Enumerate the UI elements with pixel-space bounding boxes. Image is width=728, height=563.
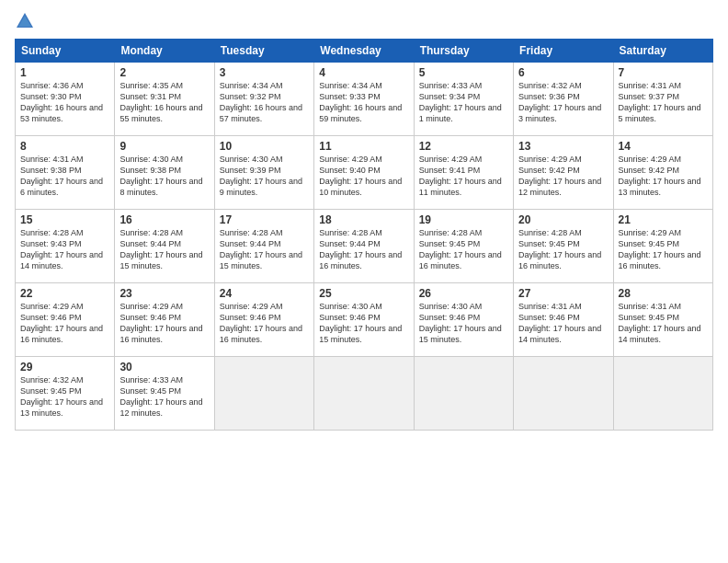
calendar-cell: 22Sunrise: 4:29 AMSunset: 9:46 PMDayligh… — [16, 283, 115, 357]
day-number: 29 — [20, 361, 109, 373]
day-number: 8 — [20, 140, 109, 153]
calendar-cell: 21Sunrise: 4:29 AMSunset: 9:45 PMDayligh… — [613, 210, 712, 283]
calendar-header-sunday: Sunday — [16, 40, 115, 63]
day-info: Sunrise: 4:31 AMSunset: 9:38 PMDaylight:… — [20, 154, 109, 199]
calendar-week-1: 1Sunrise: 4:36 AMSunset: 9:30 PMDaylight… — [16, 63, 713, 136]
day-info: Sunrise: 4:30 AMSunset: 9:46 PMDaylight:… — [419, 301, 508, 346]
day-info: Sunrise: 4:29 AMSunset: 9:42 PMDaylight:… — [619, 154, 708, 199]
calendar-cell — [314, 357, 414, 431]
calendar-cell: 20Sunrise: 4:28 AMSunset: 9:45 PMDayligh… — [514, 210, 613, 283]
day-info: Sunrise: 4:32 AMSunset: 9:36 PMDaylight:… — [518, 80, 608, 125]
calendar-week-4: 22Sunrise: 4:29 AMSunset: 9:46 PMDayligh… — [16, 283, 713, 357]
calendar-cell: 6Sunrise: 4:32 AMSunset: 9:36 PMDaylight… — [514, 63, 613, 136]
day-info: Sunrise: 4:29 AMSunset: 9:46 PMDaylight:… — [220, 301, 309, 346]
day-number: 6 — [518, 66, 608, 79]
calendar-cell: 5Sunrise: 4:33 AMSunset: 9:34 PMDaylight… — [414, 63, 513, 136]
calendar-cell: 28Sunrise: 4:31 AMSunset: 9:45 PMDayligh… — [613, 283, 712, 357]
day-number: 9 — [119, 140, 209, 153]
day-number: 13 — [518, 140, 608, 153]
day-number: 25 — [319, 287, 408, 300]
calendar-cell: 18Sunrise: 4:28 AMSunset: 9:44 PMDayligh… — [314, 210, 414, 283]
calendar-cell: 9Sunrise: 4:30 AMSunset: 9:38 PMDaylight… — [115, 136, 214, 210]
calendar-header-tuesday: Tuesday — [214, 40, 313, 63]
calendar-cell: 24Sunrise: 4:29 AMSunset: 9:46 PMDayligh… — [214, 283, 313, 357]
day-info: Sunrise: 4:34 AMSunset: 9:33 PMDaylight:… — [319, 80, 408, 125]
calendar-cell: 29Sunrise: 4:32 AMSunset: 9:45 PMDayligh… — [16, 357, 115, 431]
calendar-cell: 19Sunrise: 4:28 AMSunset: 9:45 PMDayligh… — [414, 210, 513, 283]
calendar-cell: 15Sunrise: 4:28 AMSunset: 9:43 PMDayligh… — [16, 210, 115, 283]
calendar-cell: 23Sunrise: 4:29 AMSunset: 9:46 PMDayligh… — [115, 283, 214, 357]
day-info: Sunrise: 4:28 AMSunset: 9:44 PMDaylight:… — [319, 227, 408, 272]
calendar-week-2: 8Sunrise: 4:31 AMSunset: 9:38 PMDaylight… — [16, 136, 713, 210]
day-number: 4 — [319, 66, 408, 79]
calendar-week-5: 29Sunrise: 4:32 AMSunset: 9:45 PMDayligh… — [16, 357, 713, 431]
calendar-cell: 16Sunrise: 4:28 AMSunset: 9:44 PMDayligh… — [115, 210, 214, 283]
day-info: Sunrise: 4:28 AMSunset: 9:45 PMDaylight:… — [419, 227, 508, 272]
day-info: Sunrise: 4:29 AMSunset: 9:42 PMDaylight:… — [518, 154, 608, 199]
day-number: 2 — [119, 66, 209, 79]
calendar-cell: 25Sunrise: 4:30 AMSunset: 9:46 PMDayligh… — [314, 283, 414, 357]
calendar-cell: 2Sunrise: 4:35 AMSunset: 9:31 PMDaylight… — [115, 63, 214, 136]
day-info: Sunrise: 4:35 AMSunset: 9:31 PMDaylight:… — [119, 80, 209, 125]
calendar-table: SundayMondayTuesdayWednesdayThursdayFrid… — [15, 39, 713, 431]
calendar-header-monday: Monday — [115, 40, 214, 63]
day-number: 11 — [319, 140, 408, 153]
calendar-header-row: SundayMondayTuesdayWednesdayThursdayFrid… — [16, 40, 713, 63]
calendar-cell — [613, 357, 712, 431]
day-info: Sunrise: 4:29 AMSunset: 9:46 PMDaylight:… — [20, 301, 109, 346]
calendar-cell: 1Sunrise: 4:36 AMSunset: 9:30 PMDaylight… — [16, 63, 115, 136]
calendar-cell: 17Sunrise: 4:28 AMSunset: 9:44 PMDayligh… — [214, 210, 313, 283]
calendar-cell: 7Sunrise: 4:31 AMSunset: 9:37 PMDaylight… — [613, 63, 712, 136]
calendar-cell: 27Sunrise: 4:31 AMSunset: 9:46 PMDayligh… — [514, 283, 613, 357]
calendar-header-friday: Friday — [514, 40, 613, 63]
calendar-header-saturday: Saturday — [613, 40, 712, 63]
day-number: 15 — [20, 213, 109, 226]
calendar-cell: 3Sunrise: 4:34 AMSunset: 9:32 PMDaylight… — [214, 63, 313, 136]
calendar-cell — [514, 357, 613, 431]
calendar-cell: 14Sunrise: 4:29 AMSunset: 9:42 PMDayligh… — [613, 136, 712, 210]
calendar-cell: 11Sunrise: 4:29 AMSunset: 9:40 PMDayligh… — [314, 136, 414, 210]
day-info: Sunrise: 4:33 AMSunset: 9:34 PMDaylight:… — [419, 80, 508, 125]
calendar-header-wednesday: Wednesday — [314, 40, 414, 63]
day-number: 17 — [220, 213, 309, 226]
day-info: Sunrise: 4:30 AMSunset: 9:46 PMDaylight:… — [319, 301, 408, 346]
day-info: Sunrise: 4:34 AMSunset: 9:32 PMDaylight:… — [220, 80, 309, 125]
day-number: 21 — [619, 213, 708, 226]
day-info: Sunrise: 4:32 AMSunset: 9:45 PMDaylight:… — [20, 374, 109, 419]
day-number: 23 — [119, 287, 209, 300]
calendar-cell: 30Sunrise: 4:33 AMSunset: 9:45 PMDayligh… — [115, 357, 214, 431]
header — [15, 11, 713, 31]
calendar-cell: 13Sunrise: 4:29 AMSunset: 9:42 PMDayligh… — [514, 136, 613, 210]
logo-icon — [15, 11, 35, 31]
calendar-header-thursday: Thursday — [414, 40, 513, 63]
day-number: 16 — [119, 213, 209, 226]
day-number: 30 — [119, 361, 209, 373]
day-info: Sunrise: 4:29 AMSunset: 9:45 PMDaylight:… — [619, 227, 708, 272]
day-number: 27 — [518, 287, 608, 300]
page: SundayMondayTuesdayWednesdayThursdayFrid… — [0, 0, 728, 563]
day-number: 10 — [220, 140, 309, 153]
calendar-week-3: 15Sunrise: 4:28 AMSunset: 9:43 PMDayligh… — [16, 210, 713, 283]
day-number: 12 — [419, 140, 508, 153]
day-number: 26 — [419, 287, 508, 300]
calendar-cell: 26Sunrise: 4:30 AMSunset: 9:46 PMDayligh… — [414, 283, 513, 357]
calendar-cell — [214, 357, 313, 431]
day-info: Sunrise: 4:29 AMSunset: 9:46 PMDaylight:… — [119, 301, 209, 346]
day-info: Sunrise: 4:28 AMSunset: 9:44 PMDaylight:… — [220, 227, 309, 272]
day-number: 19 — [419, 213, 508, 226]
calendar-cell: 10Sunrise: 4:30 AMSunset: 9:39 PMDayligh… — [214, 136, 313, 210]
day-info: Sunrise: 4:28 AMSunset: 9:45 PMDaylight:… — [518, 227, 608, 272]
day-info: Sunrise: 4:29 AMSunset: 9:40 PMDaylight:… — [319, 154, 408, 199]
day-number: 1 — [20, 66, 109, 79]
day-number: 28 — [619, 287, 708, 300]
day-number: 14 — [619, 140, 708, 153]
day-number: 20 — [518, 213, 608, 226]
day-info: Sunrise: 4:30 AMSunset: 9:39 PMDaylight:… — [220, 154, 309, 199]
day-info: Sunrise: 4:28 AMSunset: 9:43 PMDaylight:… — [20, 227, 109, 272]
day-number: 22 — [20, 287, 109, 300]
day-number: 3 — [220, 66, 309, 79]
day-info: Sunrise: 4:33 AMSunset: 9:45 PMDaylight:… — [119, 374, 209, 419]
logo — [15, 11, 37, 31]
calendar-cell — [414, 357, 513, 431]
calendar-cell: 4Sunrise: 4:34 AMSunset: 9:33 PMDaylight… — [314, 63, 414, 136]
